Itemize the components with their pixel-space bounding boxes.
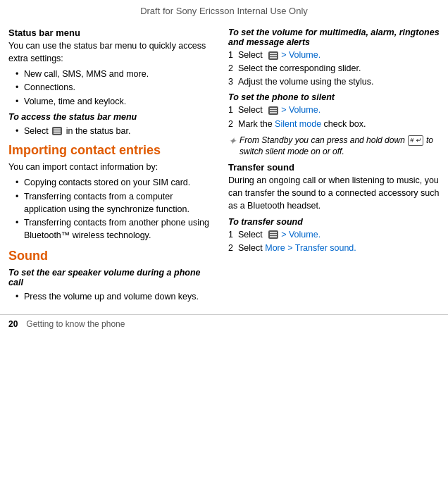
list-item: Select in the status bar. <box>15 125 217 137</box>
step-num: 2 <box>228 242 233 254</box>
transfer-sound-body: During an ongoing call or when listening… <box>228 174 440 212</box>
status-bar-menu-body: You can use the status bar menu to quick… <box>8 39 217 65</box>
list-item: Press the volume up and volume down keys… <box>15 290 217 303</box>
list-item: 1 Select > Volume. <box>228 49 440 61</box>
importing-bullets: Copying contacts stored on your SIM card… <box>8 176 217 242</box>
transfer-link: More > Transfer sound. <box>265 243 356 253</box>
step-num: 1 <box>228 228 233 241</box>
draft-header: Draft for Sony Ericsson Internal Use Onl… <box>0 0 448 20</box>
footer-text: Getting to know the phone <box>26 319 125 329</box>
list-item: 3 Adjust the volume using the stylus. <box>228 75 440 88</box>
list-item: New call, SMS, MMS and more. <box>15 68 217 80</box>
set-volume-heading: To set the volume for multimedia, alarm,… <box>228 27 440 47</box>
list-item: 2 Select More > Transfer sound. <box>228 242 440 254</box>
list-item: Transferring contacts from a computer ap… <box>15 190 217 216</box>
left-column: Status bar menu You can use the status b… <box>8 23 224 306</box>
access-status-bar-heading: To access the status bar menu <box>8 112 217 122</box>
status-bar-bullets: New call, SMS, MMS and more. Connections… <box>8 68 217 107</box>
step-text: Select > Volume. <box>238 230 321 240</box>
status-bar-menu-title: Status bar menu <box>8 27 217 38</box>
importing-heading: Importing contact entries <box>8 143 217 159</box>
list-item: Connections. <box>15 81 217 94</box>
right-column: To set the volume for multimedia, alarm,… <box>224 23 440 306</box>
list-item: 2 Mark the Silent mode check box. <box>228 118 440 130</box>
step-text: Select > Volume. <box>238 50 321 60</box>
sound-heading: Sound <box>8 249 217 263</box>
step-num: 3 <box>228 75 233 88</box>
ear-speaker-step: Press the volume up and volume down keys… <box>8 290 217 303</box>
step-text: Select the corresponding slider. <box>238 63 361 73</box>
keyboard-icon: # ↵ <box>408 135 423 146</box>
page-number: 20 <box>8 319 18 329</box>
access-status-bar-step: Select in the status bar. <box>8 125 217 137</box>
step-num: 1 <box>228 104 233 116</box>
note-icon: ✦ <box>228 135 237 147</box>
step-num: 1 <box>228 49 233 61</box>
note-text: From Standby you can press and hold down… <box>239 135 440 159</box>
set-volume-steps: 1 Select > Volume. 2 Select the co <box>228 49 440 88</box>
list-item: 2 Select the corresponding slider. <box>228 62 440 75</box>
step-text: Adjust the volume using the stylus. <box>238 77 373 87</box>
menu-icon <box>51 126 66 136</box>
list-item: Volume, time and keylock. <box>15 95 217 108</box>
importing-body: You can import contact information by: <box>8 161 217 173</box>
menu-icon <box>268 230 281 240</box>
transfer-sound-heading: To transfer sound <box>228 217 440 227</box>
menu-icon <box>268 105 281 115</box>
volume-link3: > Volume. <box>281 230 321 240</box>
step-text: Mark the Silent mode check box. <box>238 119 366 129</box>
volume-link: > Volume. <box>281 50 321 60</box>
silent-mode-link: Silent mode <box>275 119 321 129</box>
menu-icon <box>268 50 281 60</box>
step-text: Select > Volume. <box>238 105 321 115</box>
step-num: 2 <box>228 118 233 130</box>
select-label: Select <box>24 126 49 136</box>
list-item: Copying contacts stored on your SIM card… <box>15 176 217 189</box>
step-text: Select More > Transfer sound. <box>238 243 356 253</box>
transfer-sound-steps: 1 Select > Volume. 2 Select More > <box>228 228 440 254</box>
page-footer: 20 Getting to know the phone <box>0 314 448 333</box>
page-content: Status bar menu You can use the status b… <box>0 20 448 311</box>
set-silent-heading: To set the phone to silent <box>228 92 440 102</box>
volume-link2: > Volume. <box>281 105 321 115</box>
list-item: 1 Select > Volume. <box>228 228 440 241</box>
ear-speaker-heading: To set the ear speaker volume during a p… <box>8 268 217 287</box>
transfer-sound-title: Transfer sound <box>228 162 440 173</box>
list-item: Transferring contacts from another phone… <box>15 216 217 242</box>
list-item: 1 Select > Volume. <box>228 104 440 116</box>
note-box: ✦ From Standby you can press and hold do… <box>228 135 440 159</box>
set-silent-steps: 1 Select > Volume. 2 Mark the Sile <box>228 104 440 130</box>
step-num: 2 <box>228 62 233 75</box>
access-text-suffix: in the status bar. <box>66 126 131 136</box>
